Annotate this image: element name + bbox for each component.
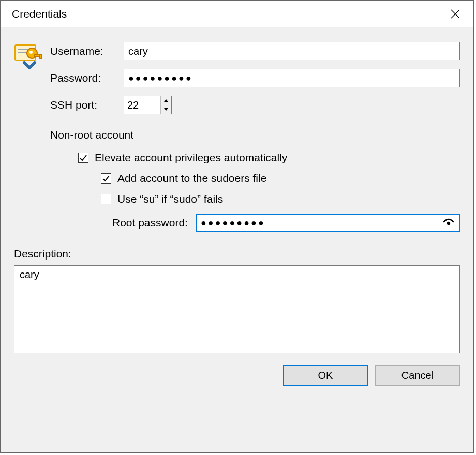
password-mask: ●●●●●●●●●	[128, 73, 193, 84]
sudoers-checkbox[interactable]	[101, 173, 111, 184]
chevron-up-icon	[164, 99, 168, 102]
checkmark-icon	[79, 154, 87, 162]
elevate-label: Elevate account privileges automatically	[95, 151, 287, 164]
ok-button[interactable]: OK	[283, 365, 368, 386]
group-divider	[139, 135, 460, 135]
text-caret	[266, 218, 266, 229]
window-title: Credentials	[12, 8, 67, 20]
titlebar: Credentials	[1, 1, 473, 27]
root-password-row: Root password: ●●●●●●●●●	[112, 214, 460, 232]
dialog-buttons: OK Cancel	[14, 365, 460, 386]
spinner-buttons	[160, 96, 171, 114]
description-label: Description:	[14, 248, 460, 260]
sudoers-row: Add account to the sudoers file	[101, 172, 460, 185]
chevron-down-icon	[164, 108, 168, 111]
reveal-password-button[interactable]	[442, 217, 455, 229]
sshport-input[interactable]	[124, 96, 160, 114]
credentials-grid: Username: Password: ●●●●●●●●● SSH port:	[14, 42, 460, 114]
non-root-group: Non-root account Elevate account privile…	[50, 129, 460, 232]
credentials-dialog: Credentials	[0, 0, 474, 453]
password-input[interactable]: ●●●●●●●●●	[124, 69, 460, 87]
elevate-checkbox[interactable]	[78, 153, 88, 163]
use-su-row: Use “su” if “sudo” fails	[101, 193, 460, 205]
svg-point-9	[447, 222, 450, 225]
credentials-icon-cell	[14, 42, 50, 72]
sshport-label: SSH port:	[50, 99, 124, 111]
svg-rect-8	[40, 54, 42, 59]
username-label: Username:	[50, 45, 124, 57]
svg-point-6	[29, 51, 33, 54]
use-su-checkbox[interactable]	[101, 194, 111, 204]
sshport-spinner[interactable]	[124, 96, 172, 114]
checkmark-icon	[102, 174, 110, 183]
close-icon	[451, 9, 460, 19]
username-input[interactable]	[124, 42, 460, 60]
root-password-label: Root password:	[112, 217, 188, 229]
cancel-button[interactable]: Cancel	[375, 365, 460, 386]
close-button[interactable]	[443, 2, 467, 26]
sshport-step-down[interactable]	[161, 105, 171, 114]
root-password-mask: ●●●●●●●●●	[201, 218, 265, 229]
group-header: Non-root account	[50, 129, 460, 141]
sshport-step-up[interactable]	[161, 96, 171, 105]
sudoers-label: Add account to the sudoers file	[117, 172, 266, 185]
description-block: Description:	[14, 248, 460, 356]
password-label: Password:	[50, 72, 124, 84]
root-password-input[interactable]: ●●●●●●●●●	[196, 214, 460, 232]
root-password-field-wrap: ●●●●●●●●●	[196, 214, 460, 232]
elevate-row: Elevate account privileges automatically	[78, 151, 460, 164]
dialog-body: Username: Password: ●●●●●●●●● SSH port:	[1, 27, 473, 452]
description-textarea[interactable]	[14, 265, 460, 353]
key-certificate-icon	[14, 42, 44, 70]
use-su-label: Use “su” if “sudo” fails	[117, 193, 223, 205]
eye-icon	[442, 217, 455, 229]
group-title: Non-root account	[50, 129, 133, 141]
